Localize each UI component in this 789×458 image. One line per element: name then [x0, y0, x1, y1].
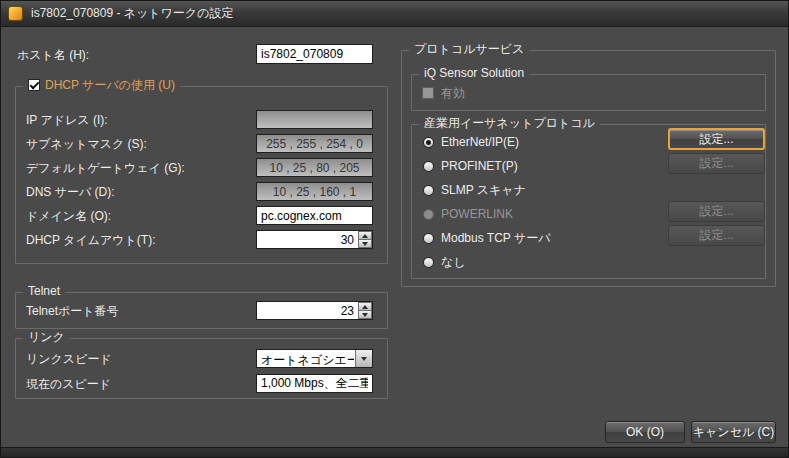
radio-none-label: なし — [441, 255, 466, 269]
ip-address-label: IP アドレス (I): — [26, 113, 108, 127]
window-title: is7802_070809 - ネットワークの設定 — [31, 5, 233, 22]
current-speed-field — [256, 374, 373, 393]
radio-slmp-scanner[interactable] — [423, 185, 434, 196]
spinner-up-button[interactable] — [358, 231, 372, 240]
dns-server-label: DNS サーバ (D): — [26, 185, 115, 199]
down-arrow-icon — [362, 242, 368, 246]
radio-powerlink — [423, 209, 434, 220]
dhcp-enable-checkbox[interactable] — [28, 79, 40, 91]
link-speed-dropdown[interactable]: オートネゴシエー — [256, 349, 373, 368]
dhcp-timeout-spinner[interactable] — [358, 231, 372, 248]
spinner-up-button[interactable] — [358, 302, 372, 311]
ip-address-field — [256, 110, 373, 129]
domain-name-input[interactable] — [256, 206, 373, 225]
iq-enable-label: 有効 — [441, 86, 465, 100]
telnet-group-title: Telnet — [23, 284, 65, 298]
telnet-port-input[interactable] — [256, 301, 373, 320]
radio-modbus-tcp[interactable] — [423, 233, 434, 244]
iq-enable-checkbox — [422, 87, 434, 99]
telnet-port-spinner[interactable] — [358, 302, 372, 319]
down-arrow-icon — [362, 313, 368, 317]
app-icon — [8, 6, 23, 21]
cancel-button[interactable]: キャンセル (C) — [691, 421, 776, 443]
radio-ethernet-ip-label: EtherNet/IP(E) — [441, 135, 519, 149]
link-group-title: リンク — [23, 330, 70, 344]
host-name-label: ホスト名 (H): — [17, 48, 89, 62]
titlebar[interactable]: is7802_070809 - ネットワークの設定 — [1, 1, 788, 27]
radio-modbus-tcp-label: Modbus TCP サーバ — [441, 231, 551, 245]
radio-none[interactable] — [423, 257, 434, 268]
current-speed-label: 現在のスピード — [26, 377, 111, 391]
link-speed-label: リンクスピード — [26, 352, 112, 366]
dhcp-timeout-input[interactable] — [256, 230, 373, 249]
settings-button-modbus-tcp: 設定... — [668, 225, 765, 246]
link-speed-value: オートネゴシエー — [261, 352, 354, 368]
dhcp-timeout-label: DHCP タイムアウト(T): — [26, 233, 155, 247]
chevron-down-icon — [361, 357, 367, 361]
up-arrow-icon — [362, 305, 368, 309]
settings-button-powerlink: 設定... — [668, 201, 765, 222]
up-arrow-icon — [362, 234, 368, 238]
protocol-services-title: プロトコルサービス — [409, 42, 529, 56]
host-name-input[interactable] — [256, 44, 373, 64]
iq-sensor-title: iQ Sensor Solution — [419, 66, 529, 80]
window-bottom-frame — [1, 447, 789, 458]
radio-ethernet-ip[interactable] — [423, 137, 434, 148]
subnet-mask-field: 255 , 255 , 254 , 0 — [256, 134, 373, 153]
spinner-down-button[interactable] — [358, 311, 372, 319]
ok-button[interactable]: OK (O) — [605, 421, 685, 443]
radio-profinet[interactable] — [423, 161, 434, 172]
settings-button-ethernet-ip[interactable]: 設定... — [668, 128, 765, 150]
telnet-port-label: Telnetポート番号 — [26, 304, 119, 318]
subnet-mask-label: サブネットマスク (S): — [26, 137, 147, 151]
industrial-protocol-title: 産業用イーサネットプロトコル — [419, 116, 600, 130]
spinner-down-button[interactable] — [358, 240, 372, 248]
dhcp-group-legend: DHCP サーバの使用 (U) — [23, 78, 180, 92]
radio-profinet-label: PROFINET(P) — [441, 159, 518, 173]
gateway-label: デフォルトゲートウェイ (G): — [26, 161, 185, 175]
network-settings-dialog: is7802_070809 - ネットワークの設定 ホスト名 (H): DHCP… — [0, 0, 789, 458]
domain-name-label: ドメイン名 (O): — [26, 209, 111, 223]
radio-slmp-scanner-label: SLMP スキャナ — [441, 183, 526, 197]
radio-powerlink-label: POWERLINK — [441, 207, 513, 221]
settings-button-profinet: 設定... — [668, 153, 765, 174]
dhcp-enable-label: DHCP サーバの使用 (U) — [45, 78, 175, 92]
dropdown-button[interactable] — [355, 350, 372, 367]
gateway-field: 10 , 25 , 80 , 205 — [256, 158, 373, 177]
dns-server-field: 10 , 25 , 160 , 1 — [256, 182, 373, 201]
